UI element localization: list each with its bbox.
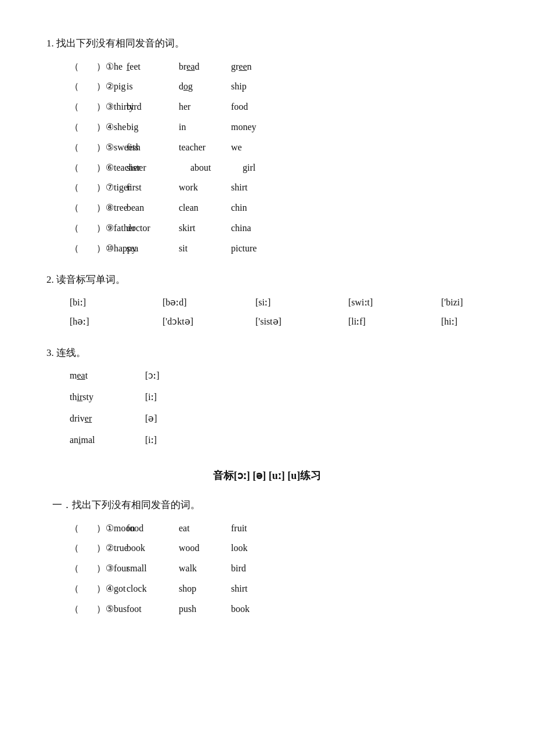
answer-space (79, 520, 96, 537)
word: food (231, 99, 283, 116)
connect-phonetic: [iː] (145, 432, 192, 449)
word: bird (231, 560, 283, 577)
num-label: ⑧tree (106, 200, 127, 217)
num-label: ⑥teacher (106, 160, 127, 177)
word: bread (179, 59, 231, 75)
word: book (231, 601, 283, 618)
word: clock (127, 581, 179, 597)
open-paren: （ (70, 520, 79, 537)
answer-space (79, 78, 96, 95)
open-paren: （ (70, 119, 79, 136)
list-item: thirsty [iː] (70, 389, 488, 406)
word: skirt (179, 220, 231, 237)
open-paren: （ (70, 220, 79, 237)
center-title: 音标[ɔː] [ə] [uː] [u]练习 (46, 466, 488, 485)
table-row: （ ） ②pig is dog ship (70, 78, 488, 95)
table-row: （ ） ⑥teacher sister about girl (70, 160, 488, 177)
open-paren: （ (70, 581, 79, 597)
list-item: animal [iː] (70, 432, 488, 449)
word: shop (179, 581, 231, 597)
word: teacher (179, 139, 231, 156)
word: walk (179, 560, 231, 577)
answer-space (79, 220, 96, 237)
answer-space (79, 581, 96, 597)
word: is (127, 78, 179, 95)
phonetic-symbol: ['sistə] (255, 314, 348, 330)
close-paren: ） (96, 78, 106, 95)
close-paren: ） (96, 520, 106, 537)
num-label: ④she (106, 119, 127, 136)
table-row: （ ） ⑤bus foot push book (70, 601, 488, 618)
part1-question-list: （ ） ①he feet bread green （ ） ②pig is dog… (46, 59, 488, 257)
open-paren: （ (70, 540, 79, 557)
open-paren: （ (70, 59, 79, 75)
num-label: ⑩happy (106, 240, 127, 257)
table-row: （ ） ⑧tree bean clean chin (70, 200, 488, 217)
answer-space (79, 601, 96, 618)
num-label: ②true (106, 540, 127, 557)
word: sea (127, 240, 179, 257)
word: girl (243, 160, 295, 177)
open-paren: （ (70, 240, 79, 257)
word: sit (179, 240, 231, 257)
word: dog (179, 78, 231, 95)
open-paren: （ (70, 200, 79, 217)
word: eat (179, 520, 231, 537)
table-row: （ ） ④got clock shop shirt (70, 581, 488, 597)
answer-space (79, 560, 96, 577)
answer-space (79, 99, 96, 116)
num-label: ③four (106, 560, 127, 577)
close-paren: ） (96, 119, 106, 136)
word: shirt (231, 179, 283, 196)
num-label: ①moon (106, 520, 127, 537)
part4-question-list: （ ） ①moon food eat fruit （ ） ②true book … (46, 520, 488, 618)
connect-list: meat [ɔː] thirsty [iː] driver [ə] animal… (46, 368, 488, 448)
open-paren: （ (70, 78, 79, 95)
part2-row1: [biː] [bəːd] [siː] [swiːt] ['bizi] (46, 294, 488, 311)
table-row: （ ） ⑩happy sea sit picture (70, 240, 488, 257)
word: wood (179, 540, 231, 557)
list-item: meat [ɔː] (70, 368, 488, 384)
open-paren: （ (70, 160, 79, 177)
connect-word: thirsty (70, 389, 145, 406)
close-paren: ） (96, 99, 106, 116)
table-row: （ ） ③four small walk bird (70, 560, 488, 577)
num-label: ⑦tiger (106, 179, 127, 196)
part4-section: 一．找出下列没有相同发音的词。 （ ） ①moon food eat fruit… (46, 496, 488, 618)
answer-space (79, 240, 96, 257)
word: sister (127, 160, 190, 177)
connect-word: meat (70, 368, 145, 384)
close-paren: ） (96, 581, 106, 597)
phonetic-symbol: [liːf] (348, 314, 441, 330)
word: push (179, 601, 231, 618)
word: doctor (127, 220, 179, 237)
phonetic-symbol: [swiːt] (348, 294, 441, 311)
table-row: （ ） ①he feet bread green (70, 59, 488, 75)
word: chin (231, 200, 283, 217)
part3-title: 3. 连线。 (46, 344, 488, 362)
num-label: ②pig (106, 78, 127, 95)
word: money (231, 119, 283, 136)
part2-row2: [həː] ['dɔktə] ['sistə] [liːf] [hiː] (46, 314, 488, 330)
answer-space (79, 160, 96, 177)
open-paren: （ (70, 179, 79, 196)
close-paren: ） (96, 160, 106, 177)
table-row: （ ） ⑦tiger first work shirt (70, 179, 488, 196)
word: bird (127, 99, 179, 116)
phonetic-symbol: [həː] (70, 314, 163, 330)
word: bean (127, 200, 179, 217)
close-paren: ） (96, 540, 106, 557)
connect-word: animal (70, 432, 145, 449)
num-label: ④got (106, 581, 127, 597)
close-paren: ） (96, 560, 106, 577)
word: shirt (231, 581, 283, 597)
word: china (231, 220, 283, 237)
phonetic-symbol: [siː] (255, 294, 348, 311)
part1-section: 1. 找出下列没有相同发音的词。 （ ） ①he feet bread gree… (46, 35, 488, 257)
word: look (231, 540, 283, 557)
num-label: ①he (106, 59, 127, 75)
phonetic-symbol: ['bizi] (441, 294, 534, 311)
close-paren: ） (96, 240, 106, 257)
word: clean (179, 200, 231, 217)
part4-title: 一．找出下列没有相同发音的词。 (46, 496, 488, 514)
